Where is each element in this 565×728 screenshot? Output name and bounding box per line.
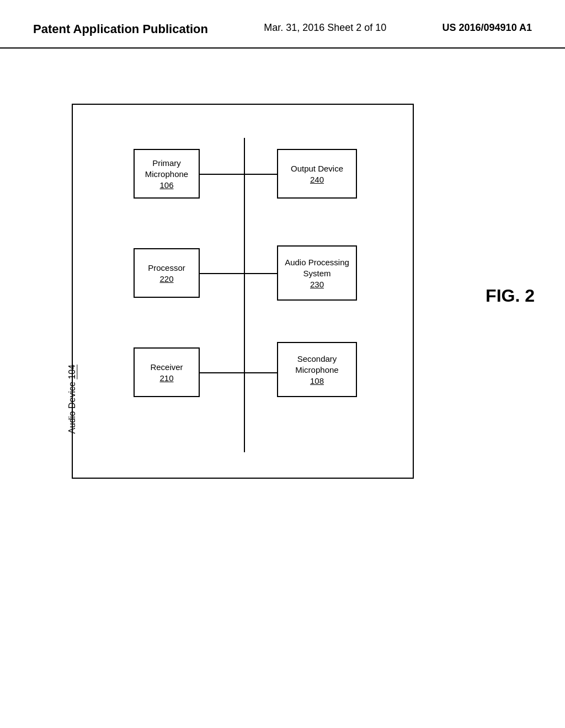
connector-output-device xyxy=(244,174,278,175)
primary-mic-label: PrimaryMicrophone xyxy=(145,158,188,179)
receiver-number: 210 xyxy=(159,373,173,383)
audio-device-number: 104 xyxy=(67,365,77,379)
output-device-label: Output Device xyxy=(291,163,343,174)
primary-microphone-box: PrimaryMicrophone 106 xyxy=(134,149,200,199)
receiver-label: Receiver xyxy=(150,362,183,373)
connector-receiver xyxy=(200,372,245,373)
publication-title: Patent Application Publication xyxy=(33,22,208,36)
audio-processing-box: Audio ProcessingSystem 230 xyxy=(277,245,357,301)
audio-processing-label: Audio ProcessingSystem xyxy=(285,257,349,279)
processor-box: Processor 220 xyxy=(134,248,200,298)
vertical-divider-line xyxy=(244,138,245,452)
connector-processor xyxy=(200,273,245,274)
audio-device-label: Audio Device 104 xyxy=(67,365,77,433)
connector-secondary-mic xyxy=(244,372,278,373)
diagram-container: Audio Device 104 PrimaryMicrophone 106 P… xyxy=(72,104,414,479)
connector-primary-mic xyxy=(200,174,245,175)
output-device-box: Output Device 240 xyxy=(277,149,357,199)
publication-date-sheet: Mar. 31, 2016 Sheet 2 of 10 xyxy=(264,22,386,34)
connector-audio-processing xyxy=(244,273,278,274)
publication-number: US 2016/094910 A1 xyxy=(443,22,532,34)
processor-label: Processor xyxy=(148,263,185,274)
secondary-mic-label: SecondaryMicrophone xyxy=(295,354,338,375)
figure-label: FIG. 2 xyxy=(486,286,535,306)
output-device-number: 240 xyxy=(310,175,324,184)
receiver-box: Receiver 210 xyxy=(134,347,200,397)
secondary-mic-number: 108 xyxy=(310,376,324,386)
secondary-microphone-box: SecondaryMicrophone 108 xyxy=(277,342,357,397)
audio-processing-number: 230 xyxy=(310,280,324,289)
primary-mic-number: 106 xyxy=(159,180,173,190)
main-content: Audio Device 104 PrimaryMicrophone 106 P… xyxy=(0,49,565,716)
patent-header: Patent Application Publication Mar. 31, … xyxy=(0,0,565,49)
processor-number: 220 xyxy=(159,274,173,283)
